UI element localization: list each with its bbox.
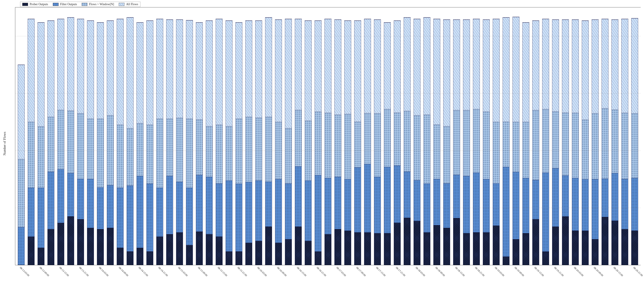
bar-seg-all — [483, 20, 489, 112]
bar-seg-prober — [226, 251, 232, 265]
bar-seg-window — [206, 126, 212, 177]
bar-seg-window — [256, 118, 262, 180]
bar-seg-prober — [137, 248, 143, 265]
bar-seg-filter — [206, 177, 212, 234]
bar-seg-prober — [622, 229, 628, 265]
bar-seg-all — [384, 23, 390, 109]
x-tick: 08-19-09:00 — [511, 265, 521, 285]
x-tick — [442, 265, 452, 285]
bar-slot — [323, 8, 333, 265]
bar — [117, 19, 124, 265]
bar — [572, 20, 578, 265]
bar-seg-prober — [552, 227, 559, 265]
bar-slot — [422, 8, 432, 265]
bar — [295, 19, 302, 265]
x-tick: 08-18-21:00 — [472, 265, 481, 285]
bar-slot — [442, 8, 452, 265]
x-axis-ticks: 08-13-03:0008-13-09:0008-13-15:0008-13-2… — [15, 265, 641, 285]
bar — [206, 21, 212, 265]
bar-seg-all — [344, 21, 351, 114]
bar-seg-all — [156, 19, 163, 119]
x-tick: 08-18-09:00 — [432, 265, 442, 285]
bar-seg-all — [285, 19, 292, 128]
bar-seg-filter — [68, 173, 74, 216]
legend-swatch-filter — [53, 3, 58, 6]
bar-slot — [630, 8, 640, 265]
bar-seg-all — [275, 20, 282, 122]
bar-slot — [135, 8, 145, 265]
bar — [196, 22, 202, 265]
bar-seg-window — [216, 125, 222, 183]
bar-seg-window — [117, 125, 123, 188]
bar-seg-filter — [632, 178, 638, 231]
bar-seg-filter — [256, 180, 262, 241]
legend-item-prober: Prober Outputs — [22, 3, 48, 6]
bar-seg-all — [334, 20, 341, 115]
x-tick: 08-15-09:00 — [194, 265, 204, 285]
bar — [424, 17, 430, 265]
bar-seg-filter — [532, 180, 539, 219]
bar-seg-all — [532, 21, 539, 110]
bar — [226, 21, 232, 265]
bar-slot — [472, 8, 481, 265]
bar-slot — [353, 8, 362, 265]
bar-slot — [56, 8, 66, 265]
bar-slot — [194, 8, 204, 265]
x-tick — [283, 265, 293, 285]
bar-seg-filter — [364, 164, 371, 232]
bar-seg-window — [572, 113, 578, 178]
bar-seg-all — [325, 19, 331, 113]
bar-seg-window — [552, 111, 559, 168]
bar-slot — [26, 8, 36, 265]
bar — [166, 20, 173, 265]
bar-seg-all — [28, 19, 34, 122]
bar-slot — [511, 8, 521, 265]
bar-slot — [244, 8, 254, 265]
chart-container: Number of Flows Prober Outputs Filter Ou… — [2, 2, 641, 285]
bar-seg-filter — [48, 172, 54, 229]
bar — [354, 21, 361, 265]
bar-seg-filter — [186, 188, 192, 245]
bar — [582, 21, 588, 265]
bar-seg-filter — [285, 183, 292, 239]
x-tick: 08-18-03:00 — [412, 265, 422, 285]
bar-seg-filter — [453, 175, 460, 218]
bar-seg-filter — [434, 179, 440, 225]
bar-slot — [580, 8, 590, 265]
bar-seg-prober — [542, 251, 549, 265]
bar-slot — [610, 8, 620, 265]
bar-seg-prober — [334, 229, 341, 265]
legend-label: Prober Outputs — [30, 3, 48, 6]
bar — [77, 19, 84, 265]
bar-seg-prober — [77, 219, 84, 265]
y-tick-label: 10² — [15, 206, 15, 209]
legend-swatch-all — [119, 3, 124, 6]
bar-seg-window — [602, 108, 608, 179]
bar-seg-window — [68, 111, 74, 173]
x-tick — [85, 265, 95, 285]
bar-seg-window — [404, 111, 410, 172]
x-tick: 08-19-15:00 — [531, 265, 541, 285]
bar-seg-prober — [236, 251, 242, 265]
bar — [87, 21, 94, 265]
bar — [245, 21, 252, 265]
x-tick — [323, 265, 333, 285]
x-tick — [204, 265, 214, 285]
bar-seg-filter — [513, 172, 519, 239]
bar-seg-filter — [552, 168, 559, 227]
bar-seg-prober — [592, 239, 598, 265]
bar-seg-all — [622, 19, 628, 113]
bar-seg-prober — [602, 217, 608, 265]
bar — [502, 17, 509, 265]
x-tick — [164, 265, 174, 285]
bar-seg-window — [483, 112, 489, 179]
bar-slot — [254, 8, 264, 265]
x-tick: 08-19-03:00 — [491, 265, 501, 285]
bar-seg-filter — [236, 184, 242, 251]
x-tick: 08-20-21:00 — [630, 265, 640, 285]
bar-slot — [362, 8, 372, 265]
bar-seg-filter — [344, 179, 351, 231]
x-axis-ticks-inner: 08-13-03:0008-13-09:0008-13-15:0008-13-2… — [15, 265, 641, 285]
bar-seg-all — [434, 19, 440, 125]
bar-seg-filter — [374, 177, 380, 233]
